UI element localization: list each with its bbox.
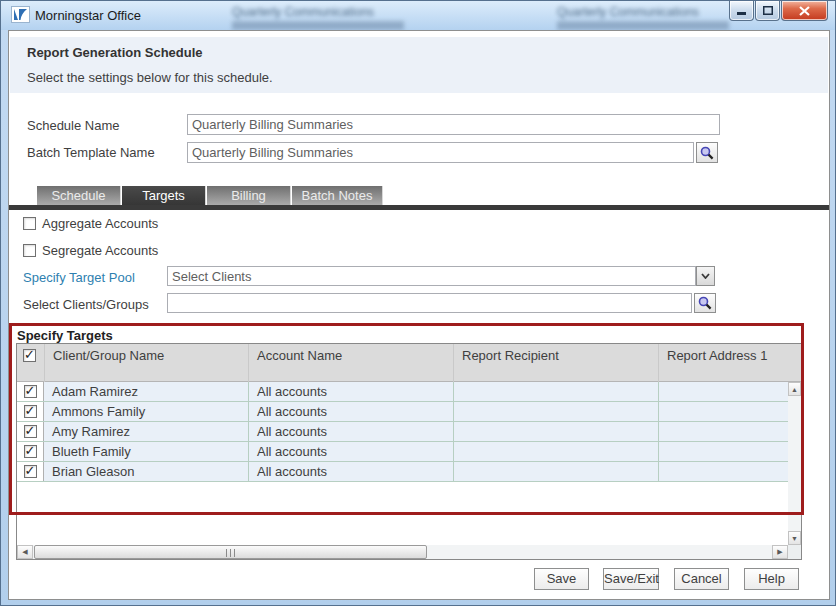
row-checkbox-cell <box>17 422 44 441</box>
batch-template-search-button[interactable] <box>696 142 718 163</box>
tab-label: Targets <box>142 188 185 203</box>
tab-batch-notes[interactable]: Batch Notes <box>292 186 383 205</box>
aggregate-accounts-label: Aggregate Accounts <box>42 216 158 231</box>
specify-target-pool-link[interactable]: Specify Target Pool <box>23 270 135 285</box>
scroll-left-button[interactable]: ◀ <box>17 545 33 559</box>
row-checkbox[interactable] <box>24 425 37 438</box>
search-icon <box>698 296 712 310</box>
aggregate-accounts-checkbox[interactable] <box>23 217 36 230</box>
report-address-cell <box>658 442 788 461</box>
help-button[interactable]: Help <box>744 568 799 590</box>
background-window-text: Quarterly Communications <box>232 5 374 19</box>
specify-targets-label: Specify Targets <box>17 328 113 343</box>
cancel-button[interactable]: Cancel <box>674 568 729 590</box>
select-clients-groups-input[interactable] <box>167 293 692 313</box>
tab-label: Batch Notes <box>302 188 373 203</box>
horizontal-scroll-thumb[interactable] <box>34 545 427 559</box>
tab-strip <box>9 205 829 210</box>
account-name-cell: All accounts <box>248 402 453 421</box>
select-clients-groups-search-button[interactable] <box>694 293 716 313</box>
table-row[interactable]: Ammons Family All accounts <box>17 402 788 422</box>
scroll-up-button[interactable]: ▲ <box>788 382 801 396</box>
schedule-name-label: Schedule Name <box>27 118 120 133</box>
background-window-blur <box>232 21 404 30</box>
morningstar-office-window: Quarterly Communications Quarterly Commu… <box>0 0 836 606</box>
scroll-down-button[interactable]: ▼ <box>788 531 801 545</box>
scroll-up-icon: ▲ <box>791 386 798 393</box>
title-bar[interactable]: Quarterly Communications Quarterly Commu… <box>1 1 836 30</box>
schedule-name-input[interactable] <box>187 114 720 135</box>
client-name-cell: Blueth Family <box>44 442 248 461</box>
scroll-right-button[interactable]: ▶ <box>772 545 788 559</box>
report-address-cell <box>658 462 788 481</box>
row-checkbox[interactable] <box>24 405 37 418</box>
table-row[interactable]: Adam Ramirez All accounts <box>17 382 788 402</box>
tab-billing[interactable]: Billing <box>207 186 291 205</box>
row-checkbox-cell <box>17 382 44 401</box>
client-name-cell: Amy Ramirez <box>44 422 248 441</box>
report-address-cell <box>658 382 788 401</box>
maximize-icon <box>763 6 773 15</box>
grid-header-row: Client/Group Name Account Name Report Re… <box>17 344 801 382</box>
target-pool-dropdown-button[interactable] <box>696 266 715 286</box>
account-name-cell: All accounts <box>248 462 453 481</box>
tab-label: Billing <box>231 188 266 203</box>
column-header-client-group-name[interactable]: Client/Group Name <box>44 344 248 382</box>
background-window-text: Quarterly Communications <box>557 5 699 19</box>
table-row[interactable]: Brian Gleason All accounts <box>17 462 788 482</box>
scrollbar-corner <box>788 545 801 559</box>
column-header-account-name[interactable]: Account Name <box>248 344 453 382</box>
grid-horizontal-scrollbar[interactable]: ◀ ▶ <box>17 545 788 559</box>
row-checkbox[interactable] <box>24 385 37 398</box>
batch-template-name-input[interactable] <box>187 142 694 163</box>
report-recipient-cell <box>453 402 658 421</box>
scroll-right-icon: ▶ <box>777 548 782 556</box>
dialog-content: Report Generation Schedule Select the se… <box>8 30 830 600</box>
scroll-left-icon: ◀ <box>22 548 27 556</box>
close-button[interactable] <box>781 1 828 21</box>
targets-grid: Client/Group Name Account Name Report Re… <box>16 343 802 560</box>
morningstar-logo-icon <box>11 6 30 23</box>
scroll-thumb-grip <box>226 549 235 557</box>
column-header-report-address-1[interactable]: Report Address 1 <box>658 344 801 382</box>
scroll-down-icon: ▼ <box>791 535 798 542</box>
row-checkbox-cell <box>17 402 44 421</box>
minimize-button[interactable] <box>729 1 754 21</box>
tab-label: Schedule <box>51 188 105 203</box>
maximize-button[interactable] <box>755 1 780 21</box>
background-window-blur <box>557 21 729 30</box>
row-checkbox[interactable] <box>24 465 37 478</box>
report-recipient-cell <box>453 442 658 461</box>
save-exit-button[interactable]: Save/Exit <box>603 568 659 590</box>
report-recipient-cell <box>453 462 658 481</box>
report-recipient-cell <box>453 382 658 401</box>
row-checkbox[interactable] <box>24 445 37 458</box>
client-name-cell: Ammons Family <box>44 402 248 421</box>
row-checkbox-cell <box>17 462 44 481</box>
close-icon <box>799 6 810 16</box>
select-clients-groups-label: Select Clients/Groups <box>23 297 149 312</box>
row-checkbox-cell <box>17 442 44 461</box>
search-icon <box>700 146 714 160</box>
column-header-report-recipient[interactable]: Report Recipient <box>453 344 658 382</box>
select-all-checkbox[interactable] <box>23 349 36 362</box>
page-subtitle: Select the settings below for this sched… <box>27 70 273 85</box>
chevron-down-icon <box>701 273 710 279</box>
target-pool-dropdown[interactable]: Select Clients <box>167 266 696 286</box>
select-all-cell <box>17 344 44 382</box>
account-name-cell: All accounts <box>248 442 453 461</box>
account-name-cell: All accounts <box>248 382 453 401</box>
table-row[interactable]: Amy Ramirez All accounts <box>17 422 788 442</box>
tab-schedule[interactable]: Schedule <box>37 186 121 205</box>
report-address-cell <box>658 422 788 441</box>
batch-template-name-label: Batch Template Name <box>27 145 155 160</box>
account-name-cell: All accounts <box>248 422 453 441</box>
segregate-accounts-checkbox[interactable] <box>23 244 36 257</box>
save-button[interactable]: Save <box>534 568 589 590</box>
tab-targets[interactable]: Targets <box>122 186 206 205</box>
segregate-accounts-label: Segregate Accounts <box>42 243 158 258</box>
page-title: Report Generation Schedule <box>27 45 203 60</box>
table-row[interactable]: Blueth Family All accounts <box>17 442 788 462</box>
grid-vertical-scrollbar[interactable]: ▲ ▼ <box>788 382 801 545</box>
client-name-cell: Brian Gleason <box>44 462 248 481</box>
